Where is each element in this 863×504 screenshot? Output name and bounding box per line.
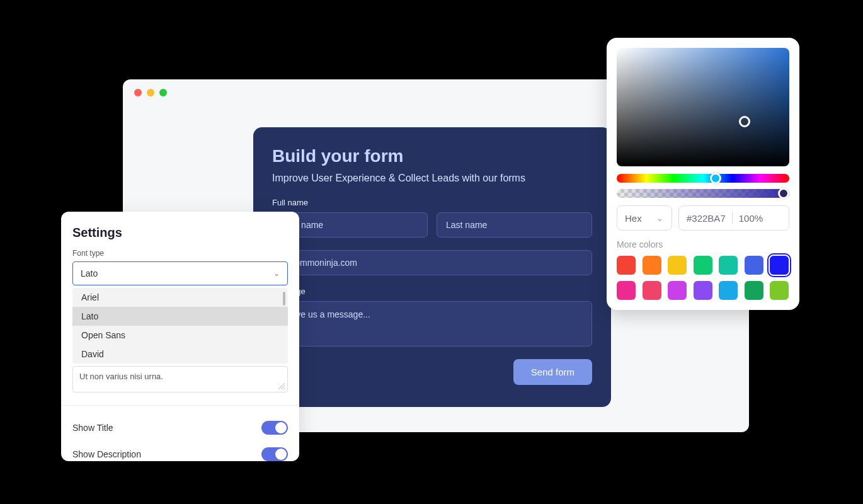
settings-title: Settings <box>72 226 288 240</box>
font-option-david[interactable]: David <box>72 345 288 364</box>
show-title-toggle[interactable] <box>261 421 288 435</box>
font-selected-value: Lato <box>81 268 98 278</box>
color-swatch-12[interactable] <box>745 281 763 300</box>
more-colors-label: More colors <box>617 239 789 249</box>
color-swatch-2[interactable] <box>668 256 687 275</box>
color-swatch-10[interactable] <box>694 281 712 300</box>
font-option-lato[interactable]: Lato <box>72 307 288 326</box>
divider <box>61 405 299 406</box>
toggle-knob <box>275 449 287 460</box>
color-swatch-4[interactable] <box>719 256 738 275</box>
color-swatch-13[interactable] <box>770 281 789 300</box>
font-dropdown: Ariel Lato Open Sans David <box>72 288 288 364</box>
color-swatch-9[interactable] <box>668 281 687 300</box>
message-label: Message <box>272 287 592 296</box>
form-builder-panel: Build your form Improve User Experience … <box>253 127 611 407</box>
font-option-opensans[interactable]: Open Sans <box>72 326 288 345</box>
chevron-down-icon: ⌄ <box>273 269 280 278</box>
color-swatch-8[interactable] <box>643 281 661 300</box>
divider <box>732 212 733 224</box>
toggle-knob <box>275 422 287 433</box>
color-swatch-11[interactable] <box>719 281 738 300</box>
color-swatch-1[interactable] <box>643 256 661 275</box>
alpha-value: 100% <box>739 213 763 224</box>
lastname-input[interactable]: Last name <box>437 212 592 238</box>
send-form-button[interactable]: Send form <box>513 359 592 385</box>
send-label: Send form <box>531 367 574 377</box>
minimize-window-icon[interactable] <box>147 89 154 96</box>
settings-panel: Settings Font type Lato ⌄ Ariel Lato Ope… <box>61 212 299 461</box>
maximize-window-icon[interactable] <box>159 89 167 96</box>
hue-slider[interactable] <box>617 174 789 183</box>
show-description-label: Show Description <box>72 449 141 459</box>
color-swatch-5[interactable] <box>745 256 763 275</box>
description-value: Ut non varius nisi urna. <box>79 372 163 381</box>
color-format-select[interactable]: Hex ⌄ <box>617 205 672 231</box>
show-description-toggle[interactable] <box>261 447 288 461</box>
email-input[interactable]: @commoninja.com <box>272 250 592 275</box>
color-swatch-7[interactable] <box>617 281 636 300</box>
color-swatch-6[interactable] <box>770 256 789 275</box>
color-swatch-3[interactable] <box>694 256 712 275</box>
color-picker-panel: Hex ⌄ #322BA7 100% More colors <box>607 38 799 310</box>
lastname-placeholder: Last name <box>446 220 487 230</box>
alpha-thumb[interactable] <box>778 188 789 199</box>
color-swatch-0[interactable] <box>617 256 636 275</box>
chevron-down-icon: ⌄ <box>656 212 664 224</box>
description-textarea[interactable]: Ut non varius nisi urna. <box>72 366 288 392</box>
hue-thumb[interactable] <box>710 173 721 184</box>
font-option-ariel[interactable]: Ariel <box>72 288 288 307</box>
form-title: Build your form <box>272 146 592 166</box>
fullname-label: Full name <box>272 198 592 207</box>
show-title-row: Show Title <box>72 415 288 441</box>
swatch-grid <box>617 256 789 300</box>
show-description-row: Show Description <box>72 441 288 467</box>
scrollbar-thumb[interactable] <box>283 292 285 306</box>
close-window-icon[interactable] <box>134 89 142 96</box>
saturation-lightness-picker[interactable] <box>617 48 789 166</box>
format-value: Hex <box>625 213 642 224</box>
hex-value: #322BA7 <box>687 213 726 224</box>
show-title-label: Show Title <box>72 423 113 433</box>
font-select[interactable]: Lato ⌄ <box>72 261 288 285</box>
font-type-label: Font type <box>72 249 288 258</box>
resize-handle-icon[interactable] <box>278 383 285 389</box>
alpha-slider[interactable] <box>617 189 789 198</box>
color-cursor[interactable] <box>739 116 750 127</box>
message-textarea[interactable]: Leave us a message... <box>272 301 592 346</box>
hex-input[interactable]: #322BA7 100% <box>678 205 789 231</box>
form-subtitle: Improve User Experience & Collect Leads … <box>272 173 592 184</box>
